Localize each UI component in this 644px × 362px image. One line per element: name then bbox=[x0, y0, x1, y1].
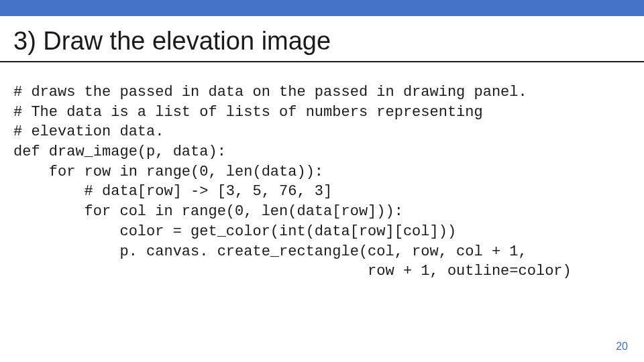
code-line: for col in range(0, len(data[row])): bbox=[13, 203, 403, 220]
code-line: row + 1, outline=color) bbox=[13, 263, 572, 280]
code-line: # data[row] -> [3, 5, 76, 3] bbox=[13, 183, 332, 200]
code-line: # elevation data. bbox=[13, 123, 164, 140]
slide-title: 3) Draw the elevation image bbox=[13, 27, 631, 56]
slide-title-area: 3) Draw the elevation image bbox=[0, 16, 644, 62]
code-line: # The data is a list of lists of numbers… bbox=[13, 104, 483, 121]
code-line: color = get_color(int(data[row][col])) bbox=[13, 223, 456, 240]
code-line: # draws the passed in data on the passed… bbox=[13, 84, 527, 101]
slide-top-accent-bar bbox=[0, 0, 644, 16]
code-line: p. canvas. create_rectangle(col, row, co… bbox=[13, 243, 527, 260]
code-line: for row in range(0, len(data)): bbox=[13, 164, 323, 180]
code-line: def draw_image(p, data): bbox=[13, 143, 226, 160]
code-block: # draws the passed in data on the passed… bbox=[13, 82, 631, 282]
code-block-area: # draws the passed in data on the passed… bbox=[0, 62, 644, 295]
page-number: 20 bbox=[616, 341, 628, 353]
